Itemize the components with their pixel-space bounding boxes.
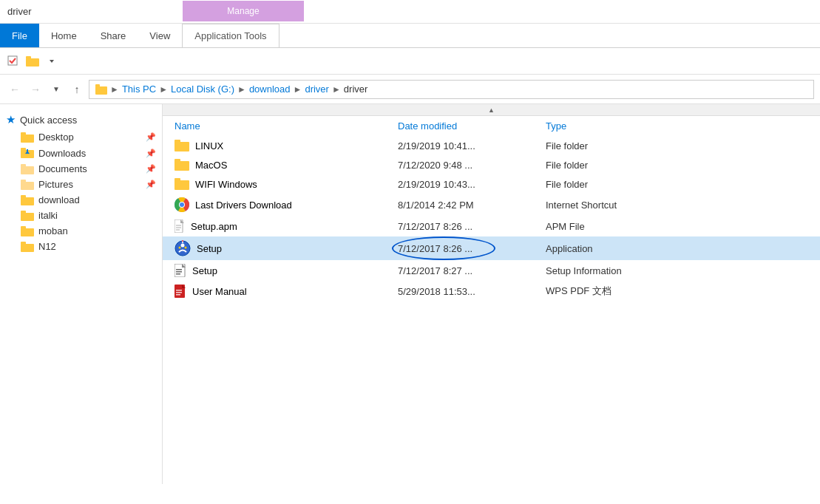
- file-name-wifi: WIFI Windows: [163, 177, 392, 191]
- svg-point-43: [182, 240, 183, 242]
- tab-view[interactable]: View: [138, 24, 182, 47]
- downloads-icon: [21, 147, 34, 159]
- col-header-name[interactable]: Name: [163, 118, 392, 134]
- file-name-lastdrivers: Last Drivers Download: [163, 196, 392, 214]
- column-headers: Name Date modified Type: [163, 116, 820, 136]
- pin-icon: 📌: [146, 164, 156, 174]
- sort-up-indicator[interactable]: ▲: [163, 104, 820, 116]
- pin-icon: 📌: [146, 180, 156, 189]
- file-type-wifi: File folder: [540, 177, 688, 191]
- svg-rect-48: [176, 273, 180, 275]
- col-header-type[interactable]: Type: [540, 118, 688, 134]
- wps-icon: [174, 285, 186, 298]
- breadcrumb-driver1[interactable]: driver: [305, 84, 329, 95]
- file-name-macos: MacOS: [163, 157, 392, 172]
- back-button[interactable]: ←: [6, 81, 24, 98]
- file-date-setup-inf: 7/12/2017 8:27 ...: [392, 264, 540, 278]
- folder-icon: [21, 180, 34, 190]
- svg-rect-11: [27, 149, 28, 152]
- forward-button[interactable]: →: [27, 81, 44, 98]
- svg-point-32: [180, 202, 184, 207]
- svg-rect-1: [26, 58, 39, 67]
- file-row-lastdrivers[interactable]: Last Drivers Download 8/1/2014 2:42 PM I…: [163, 194, 820, 216]
- svg-rect-20: [21, 228, 34, 236]
- svg-rect-29: [174, 178, 180, 182]
- file-type-setup-app: Application: [540, 242, 688, 256]
- col-header-date[interactable]: Date modified: [392, 118, 540, 134]
- file-type-setup-inf: Setup Information: [540, 264, 688, 278]
- file-row-setup-inf[interactable]: Setup 7/12/2017 8:27 ... Setup Informati…: [163, 260, 820, 281]
- sidebar-item-moban[interactable]: moban: [0, 223, 162, 239]
- svg-rect-22: [21, 244, 34, 252]
- svg-rect-16: [21, 197, 34, 205]
- file-row-setup-app[interactable]: Setup 7/12/2017 8:26 ... Application: [163, 236, 820, 260]
- folder-icon: [174, 140, 189, 151]
- qat-dropdown-button[interactable]: [44, 54, 59, 69]
- file-type-setupapm: APM File: [540, 219, 688, 234]
- file-list-container: ▲ Name Date modified Type LINUX 2/19/201…: [163, 104, 820, 484]
- file-row-macos[interactable]: MacOS 7/12/2020 9:48 ... File folder: [163, 155, 820, 174]
- svg-rect-18: [21, 213, 34, 221]
- file-name-usermanual: User Manual: [163, 283, 392, 299]
- file-row-linux[interactable]: LINUX 2/19/2019 10:41... File folder: [163, 136, 820, 155]
- file-row-wifi[interactable]: WIFI Windows 2/19/2019 10:43... File fol…: [163, 174, 820, 194]
- svg-marker-3: [50, 60, 54, 63]
- file-row-usermanual[interactable]: User Manual 5/29/2018 11:53... WPS PDF 文…: [163, 281, 820, 302]
- sidebar-item-pictures[interactable]: Pictures 📌: [0, 177, 162, 192]
- svg-rect-52: [176, 292, 182, 293]
- sidebar-item-desktop[interactable]: Desktop 📌: [0, 129, 162, 145]
- file-date-macos: 7/12/2020 9:48 ...: [392, 158, 540, 172]
- tab-share[interactable]: Share: [89, 24, 138, 47]
- breadcrumb-thispc[interactable]: This PC: [122, 84, 156, 95]
- svg-rect-23: [21, 242, 26, 245]
- recent-locations-button[interactable]: ▼: [47, 81, 65, 98]
- quick-access-label: Quick access: [20, 115, 77, 126]
- qat-folder-button[interactable]: [25, 54, 40, 69]
- svg-rect-9: [21, 148, 26, 151]
- folder-icon: [21, 164, 34, 174]
- sidebar-item-documents[interactable]: Documents 📌: [0, 161, 162, 177]
- tab-application-tools[interactable]: Manage Application Tools: [182, 24, 279, 47]
- file-type-linux: File folder: [540, 139, 688, 153]
- folder-icon: [174, 159, 189, 171]
- file-type-lastdrivers: Internet Shortcut: [540, 198, 688, 212]
- file-name-setup-app: Setup: [163, 239, 392, 258]
- svg-rect-0: [8, 56, 17, 65]
- breadcrumb-bar[interactable]: ► This PC ► Local Disk (G:) ► download ►…: [89, 80, 814, 99]
- file-row-setupapm[interactable]: Setup.apm 7/12/2017 8:26 ... APM File: [163, 216, 820, 236]
- svg-rect-4: [95, 86, 107, 95]
- file-name-setupapm: Setup.apm: [163, 218, 392, 234]
- breadcrumb-localdisk[interactable]: Local Disk (G:): [171, 84, 234, 95]
- ribbon-tabs: File Home Share View Manage Application …: [0, 24, 820, 47]
- qat-checkmark-button[interactable]: [6, 54, 21, 69]
- svg-rect-27: [174, 159, 180, 163]
- pin-icon: 📌: [146, 132, 156, 142]
- tab-home[interactable]: Home: [39, 24, 89, 47]
- tab-file[interactable]: File: [0, 24, 39, 47]
- breadcrumb-download[interactable]: download: [249, 84, 291, 95]
- svg-rect-21: [21, 226, 26, 229]
- file-icon: [174, 219, 185, 233]
- quick-access-header[interactable]: ★ Quick access: [0, 110, 162, 129]
- file-date-lastdrivers: 8/1/2014 2:42 PM: [392, 198, 540, 212]
- folder-icon: [174, 178, 189, 190]
- sidebar-item-downloads[interactable]: Downloads 📌: [0, 145, 162, 161]
- sidebar-item-n12[interactable]: N12: [0, 239, 162, 254]
- manage-header: Manage: [183, 1, 303, 21]
- svg-rect-6: [21, 134, 34, 143]
- app-icon: [174, 240, 191, 256]
- sidebar-item-italki[interactable]: italki: [0, 208, 162, 223]
- file-type-macos: File folder: [540, 158, 688, 172]
- folder-icon: [21, 242, 34, 252]
- title-bar: driver: [0, 0, 820, 24]
- sidebar-item-download[interactable]: download: [0, 192, 162, 208]
- svg-point-39: [181, 244, 185, 248]
- file-name-linux: LINUX: [163, 138, 392, 153]
- file-date-usermanual: 5/29/2018 11:53...: [392, 285, 540, 299]
- svg-rect-51: [176, 290, 182, 291]
- svg-rect-46: [176, 269, 182, 270]
- svg-rect-7: [21, 132, 26, 135]
- svg-rect-17: [21, 195, 26, 198]
- up-button[interactable]: ↑: [68, 81, 86, 98]
- file-date-setup-app: 7/12/2017 8:26 ...: [392, 242, 540, 256]
